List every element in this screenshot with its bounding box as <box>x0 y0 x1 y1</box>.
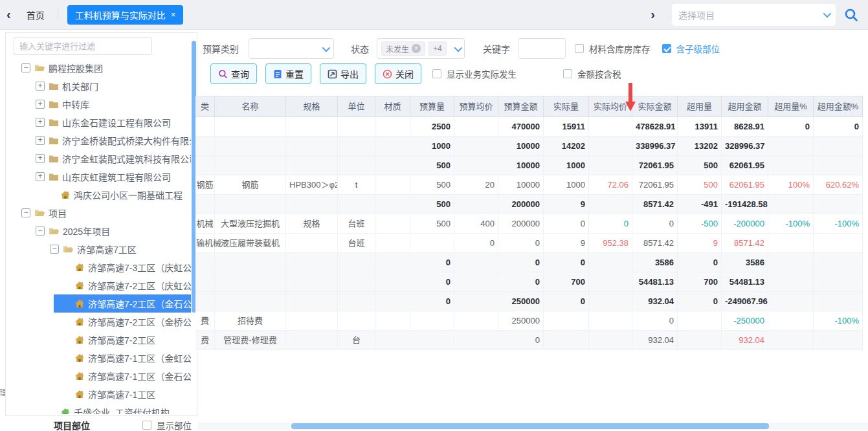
tree-item[interactable]: +济宁金虹装配式建筑科技有限公司 <box>6 149 191 168</box>
tree-filter-input[interactable] <box>14 37 152 55</box>
tag-close-icon[interactable]: × <box>412 44 421 53</box>
status-select[interactable]: 未发生 × +4 <box>377 38 465 59</box>
table-cell <box>375 311 410 331</box>
forward-chevron-icon[interactable]: › <box>644 7 662 22</box>
table-cell: 9 <box>544 195 589 214</box>
keyword-input[interactable] <box>518 38 566 59</box>
table-cell <box>338 195 375 214</box>
table-cell <box>286 234 338 253</box>
table-row[interactable]: 50010000100072061.9550062061.95 <box>195 156 863 175</box>
tree-item[interactable]: 济邹高速7-1工区 <box>6 385 191 403</box>
tree-item[interactable]: +山东庆虹建筑工程有限公司 <box>6 168 191 186</box>
show-part-checkbox[interactable] <box>142 421 151 430</box>
tab-active-label: 工料机预算与实际对比 <box>75 8 166 21</box>
sub-parts-checkbox[interactable] <box>662 44 671 53</box>
query-button[interactable]: 查询 <box>210 63 257 84</box>
expand-icon[interactable]: + <box>36 82 45 91</box>
table-cell <box>589 292 632 311</box>
tab-home[interactable]: 首页 <box>17 8 54 21</box>
table-cell <box>678 311 722 331</box>
column-header: 超用金额 <box>722 96 768 117</box>
tab-close-icon[interactable]: × <box>171 10 176 19</box>
show-actual-checkbox[interactable] <box>432 69 441 78</box>
tree-item-label: 济宁金桥装配式桥梁大构件有限公 <box>62 134 191 147</box>
table-row[interactable]: 000358603586 <box>195 253 863 272</box>
table-cell <box>375 272 410 292</box>
tax-checkbox[interactable] <box>563 69 572 78</box>
expand-icon[interactable]: + <box>36 136 45 145</box>
reset-button[interactable]: 重置 <box>265 63 311 84</box>
tree-item[interactable]: +山东金石建设工程有限公司 <box>6 113 191 131</box>
back-chevron-icon[interactable]: ‹ <box>0 7 17 22</box>
house-icon <box>74 281 85 290</box>
table-row[interactable]: 钢筋钢筋HPB300＞φ2t5002010000100072.0672061.9… <box>195 175 863 195</box>
collapse-icon[interactable]: − <box>21 208 30 217</box>
tree-item[interactable]: 千盛企业_工资代付机构 <box>6 403 191 414</box>
export-button[interactable]: 导出 <box>320 63 366 84</box>
tree-item[interactable]: +济宁金桥装配式桥梁大构件有限公 <box>6 131 191 149</box>
action-bar: 查询 重置 导出 关闭 显示业务实际发生 金额按含税 <box>197 63 868 85</box>
collapse-icon[interactable]: − <box>50 245 59 254</box>
table-cell: 输机械 <box>195 234 215 253</box>
tree-item[interactable]: 济邹高速7-1工区（金石公司 <box>6 367 191 385</box>
tree-item[interactable]: −项目 <box>6 204 191 222</box>
expand-icon[interactable]: + <box>36 172 45 181</box>
house-icon <box>74 299 85 308</box>
close-button[interactable]: 关闭 <box>375 63 421 84</box>
expand-icon[interactable]: + <box>36 100 45 109</box>
table-row[interactable]: 0070054481.1370054481.13 <box>195 272 863 292</box>
folder-icon <box>49 173 59 181</box>
column-header: 类 <box>195 96 215 117</box>
table-cell: 10000 <box>498 175 544 195</box>
folder-icon <box>49 118 59 127</box>
tree-item[interactable]: −2025年项目 <box>6 222 191 240</box>
tree-item[interactable]: 济邹高速7-3工区（庆虹公司 <box>6 258 191 276</box>
table-cell <box>195 156 215 175</box>
budget-type-select[interactable] <box>249 38 334 59</box>
table-row[interactable]: 10001000014202338996.3713202328996.37 <box>195 137 863 156</box>
tree-item[interactable]: 济邹高速7-2工区（庆虹公司 <box>6 276 191 294</box>
table-cell <box>454 331 498 350</box>
table-row[interactable]: 50020000098571.42-491-191428.58 <box>195 195 863 214</box>
table-cell: 20 <box>454 175 498 195</box>
tree-item[interactable]: 济邹高速7-1工区（金虹公司 <box>6 349 191 367</box>
expand-icon[interactable]: + <box>36 118 45 127</box>
tab-active-budget-compare[interactable]: 工料机预算与实际对比 × <box>67 5 184 25</box>
reset-button-label: 重置 <box>285 67 304 80</box>
tree-item[interactable]: +中转库 <box>6 95 191 113</box>
table-row[interactable]: 250047000015911478628.91139118628.9100 <box>195 117 863 137</box>
table-cell <box>454 272 498 292</box>
material-stock-checkbox[interactable] <box>575 44 584 53</box>
tree-item-label: 济邹高速7-1工区（金石公司 <box>88 370 191 382</box>
table-row[interactable]: 机械大型液压挖掘机规格台班500400200000000-500-200000-… <box>195 214 863 234</box>
project-select[interactable]: 选择项目 <box>672 4 836 26</box>
table-cell <box>375 195 410 214</box>
table-cell: 9 <box>544 234 589 253</box>
house-icon <box>74 263 85 272</box>
expand-icon[interactable]: + <box>36 154 45 163</box>
tree-item[interactable]: 济邹高速7-2工区（金桥公司 <box>6 313 191 331</box>
folder-icon <box>49 100 59 109</box>
horizontal-scrollbar-thumb[interactable] <box>291 423 769 429</box>
table-row[interactable]: 费管理费-修理费台0932.04932.04 <box>195 331 863 350</box>
table-row[interactable]: 02500000932.040-249067.96 <box>195 292 863 311</box>
table-row[interactable]: 费招待费2500000-250000-100% <box>195 311 863 331</box>
tree-item[interactable]: +机关部门 <box>6 77 191 95</box>
search-icon[interactable] <box>843 7 859 23</box>
table-cell <box>768 311 814 331</box>
table-cell: 1000 <box>544 156 589 175</box>
table-cell <box>544 311 589 331</box>
collapse-icon[interactable]: − <box>21 63 30 72</box>
table-cell <box>195 117 215 137</box>
table-body: 250047000015911478628.91139118628.910010… <box>195 117 863 350</box>
table-row[interactable]: 输机械液压履带装载机台班009952.388571.4298571.42 <box>195 234 863 253</box>
tree-item[interactable]: 济邹高速7-2工区（金石公司 <box>6 294 191 313</box>
tree-item[interactable]: 济邹高速7-2工区 <box>6 331 191 349</box>
collapse-icon[interactable]: − <box>36 227 45 236</box>
table-cell: 0 <box>544 292 589 311</box>
table-cell: 478628.91 <box>632 117 678 137</box>
tree-item[interactable]: 鸿庆公司小区一期基础工程 <box>6 186 191 204</box>
tree-item[interactable]: −鹏程控股集团 <box>6 59 191 77</box>
table-cell: 200000 <box>498 214 544 234</box>
tree-item[interactable]: −济邹高速7工区 <box>6 240 191 258</box>
